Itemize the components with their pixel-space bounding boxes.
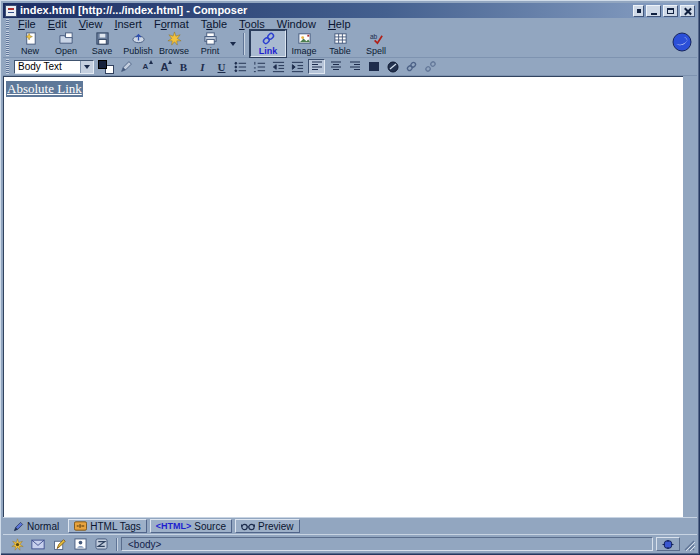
main-toolbar: New Open Save Publish Browse Print Link: [3, 30, 697, 58]
align-right-button[interactable]: [346, 59, 363, 74]
tab-label: HTML Tags: [90, 521, 141, 532]
minimize-button[interactable]: [646, 5, 661, 17]
composer-button[interactable]: [51, 537, 67, 551]
outdent-icon: [272, 61, 285, 73]
new-page-icon: [23, 31, 38, 46]
button-label: Publish: [123, 47, 153, 56]
color-picker[interactable]: [96, 59, 116, 74]
editor-canvas[interactable]: Absolute Link: [3, 76, 683, 517]
menu-edit[interactable]: Edit: [42, 18, 73, 30]
remove-link-button[interactable]: [422, 59, 439, 74]
window-title: index.html [http://.../index.html] - Com…: [20, 3, 630, 18]
table-button[interactable]: Table: [322, 30, 358, 57]
eyeglasses-icon: [241, 522, 255, 531]
color-swatches-icon: [98, 60, 114, 74]
open-button[interactable]: Open: [48, 30, 84, 57]
mail-button[interactable]: [30, 537, 46, 551]
numbered-list-icon: [253, 61, 266, 73]
image-button[interactable]: Image: [286, 30, 322, 57]
navigator-button[interactable]: [9, 537, 25, 551]
highlighter-pen-icon: [120, 60, 133, 73]
new-button[interactable]: New: [12, 30, 48, 57]
menu-window[interactable]: Window: [271, 18, 322, 30]
sphere-button[interactable]: [384, 59, 401, 74]
close-button[interactable]: [680, 5, 695, 17]
paragraph-style-select[interactable]: Body Text: [14, 60, 94, 74]
print-button[interactable]: Print: [192, 30, 228, 57]
button-label: New: [21, 47, 39, 56]
menu-format[interactable]: Format: [148, 18, 195, 30]
tab-html-tags[interactable]: HTML Tags: [68, 519, 147, 533]
paragraph-style-value: Body Text: [15, 61, 80, 73]
align-left-button[interactable]: [308, 59, 325, 74]
html-source-icon: <HTML>: [156, 521, 192, 531]
statusbar-separator: [116, 538, 118, 551]
formatbar-grippy[interactable]: [6, 59, 9, 74]
toolbar-separator: [243, 33, 245, 55]
text-color-swatch: [98, 60, 107, 69]
tab-preview[interactable]: Preview: [235, 519, 300, 533]
menu-view[interactable]: View: [73, 18, 109, 30]
link-button[interactable]: Link: [250, 30, 286, 57]
minimize-icon: [651, 13, 657, 15]
indent-icon: [291, 61, 304, 73]
menu-help[interactable]: Help: [322, 18, 357, 30]
insert-link-button[interactable]: [403, 59, 420, 74]
menubar-grippy[interactable]: [6, 19, 9, 29]
maximize-button[interactable]: [663, 5, 678, 17]
align-center-button[interactable]: [327, 59, 344, 74]
plug-icon: [662, 539, 674, 550]
titlebar[interactable]: index.html [http://.../index.html] - Com…: [3, 3, 697, 18]
numbered-list-button[interactable]: [251, 59, 268, 74]
indent-button[interactable]: [289, 59, 306, 74]
save-button[interactable]: Save: [84, 30, 120, 57]
address-book-button[interactable]: [72, 537, 88, 551]
instant-messenger-button[interactable]: [93, 537, 109, 551]
tab-normal[interactable]: Normal: [7, 519, 65, 533]
menu-table[interactable]: Table: [195, 18, 233, 30]
italic-button[interactable]: I: [194, 59, 211, 74]
button-label: Table: [329, 47, 351, 56]
selected-text[interactable]: Absolute Link: [6, 81, 83, 97]
spell-button[interactable]: ab Spell: [358, 30, 394, 57]
button-label: Spell: [366, 47, 386, 56]
increase-font-button[interactable]: A: [156, 59, 173, 74]
netscape-throbber-icon[interactable]: [672, 32, 692, 56]
menu-tools[interactable]: Tools: [233, 18, 271, 30]
menu-file[interactable]: File: [12, 18, 42, 30]
online-status-button[interactable]: [656, 537, 680, 551]
resize-grip[interactable]: [683, 537, 695, 551]
print-dropdown-arrow[interactable]: [230, 42, 236, 46]
image-icon: [297, 31, 312, 46]
table-grid-icon: [333, 31, 348, 46]
bullet-list-button[interactable]: [232, 59, 249, 74]
outdent-button[interactable]: [270, 59, 287, 74]
mode-tabbar: Normal HTML Tags <HTML> Source Preview: [3, 517, 697, 534]
open-folder-icon: [59, 31, 74, 46]
highlight-button[interactable]: [118, 59, 135, 74]
underline-button[interactable]: U: [213, 59, 230, 74]
tab-source[interactable]: <HTML> Source: [150, 519, 232, 533]
button-label: Save: [92, 47, 113, 56]
dark-sphere-icon: [387, 61, 399, 73]
component-bar: [5, 537, 113, 551]
link-chain-icon: [261, 31, 276, 46]
browse-button[interactable]: Browse: [156, 30, 192, 57]
toolbar-grippy[interactable]: [6, 31, 9, 56]
html-tag-icon: [74, 521, 87, 531]
diagonal-link-broken-icon: [424, 60, 437, 73]
printer-icon: [203, 31, 218, 46]
button-label: Open: [55, 47, 77, 56]
decrease-font-button[interactable]: A: [137, 59, 154, 74]
publish-button[interactable]: Publish: [120, 30, 156, 57]
floppy-disk-icon: [95, 31, 110, 46]
bold-button[interactable]: B: [175, 59, 192, 74]
statusbar: <body>: [3, 534, 697, 552]
justify-button[interactable]: [365, 59, 382, 74]
menu-insert[interactable]: Insert: [108, 18, 148, 30]
button-label: Browse: [159, 47, 189, 56]
menubar: File Edit View Insert Format Table Tools…: [3, 18, 697, 30]
combo-dropdown-button[interactable]: [80, 61, 93, 73]
titlebar-menu-button[interactable]: [633, 5, 644, 17]
current-element-text: <body>: [128, 539, 161, 550]
